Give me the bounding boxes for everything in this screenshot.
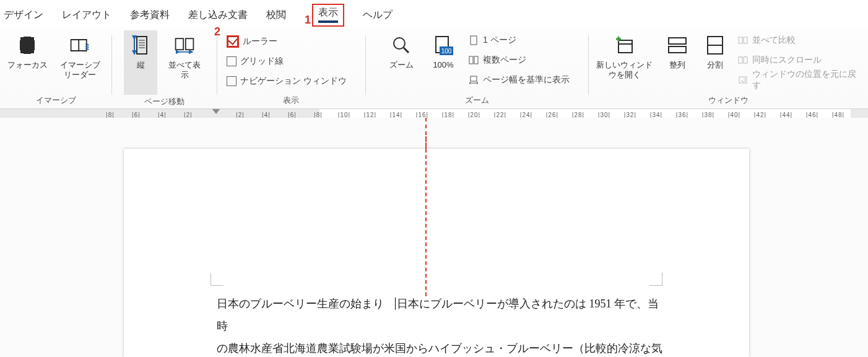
new-window-button[interactable]: 新しいウィンドウを開く [594, 30, 655, 79]
page-width-button[interactable]: ページ幅を基準に表示 [468, 73, 570, 87]
side-by-side-button[interactable]: 並べて表示 [165, 30, 204, 79]
gridlines-checkbox[interactable]: グリッド線 [227, 54, 284, 69]
callout-2: 2 [214, 25, 220, 38]
tab-layout[interactable]: レイアウト [62, 9, 111, 22]
group-immersive-label: イマーシブ [6, 94, 105, 108]
multi-page-button[interactable]: 複数ページ [468, 53, 570, 68]
immersive-reader-icon [67, 33, 92, 58]
multi-page-label: 複数ページ [483, 55, 526, 66]
svg-rect-17 [474, 56, 478, 64]
ribbon-tabs: デザイン レイアウト 参考資料 差し込み文書 校閲 1 表示 ヘルプ [0, 0, 868, 28]
callout-1: 1 [305, 14, 311, 27]
group-window-label: ウィンドウ [594, 94, 862, 108]
svg-rect-27 [739, 57, 742, 63]
zoom-label: ズーム [389, 60, 414, 70]
svg-rect-18 [471, 76, 477, 81]
guide-line-upper [425, 118, 427, 149]
tab-design[interactable]: デザイン [4, 9, 43, 22]
guide-line [425, 136, 427, 296]
svg-rect-8 [186, 38, 194, 50]
side-by-side-icon [172, 33, 197, 58]
svg-rect-26 [744, 37, 747, 43]
compare-label: 並べて比較 [752, 35, 796, 46]
navigation-label: ナビゲーション ウィンドウ [240, 76, 347, 87]
ribbon: フォーカス イマーシブ リーダー イマーシブ 縦 [0, 28, 868, 109]
group-pagemove-label: ページ移動 [118, 95, 210, 110]
multi-page-icon [468, 55, 479, 66]
page-width-label: ページ幅を基準に表示 [483, 74, 570, 86]
focus-label: フォーカス [7, 60, 48, 70]
margin-mark-right [649, 273, 662, 286]
svg-rect-21 [669, 38, 686, 44]
ruler-checkbox[interactable]: ルーラー [227, 34, 277, 49]
reset-position-icon [737, 74, 749, 86]
sync-scroll-label: 同時にスクロール [752, 55, 822, 66]
arrange-icon [665, 33, 690, 58]
vertical-label: 縦 [137, 60, 145, 70]
compare-icon [737, 35, 749, 46]
sync-scroll-button: 同時にスクロール [737, 53, 862, 68]
sync-scroll-icon [737, 55, 749, 66]
doc-line2: の農林水産省北海道農業試験場が米国からハイブッシュ・ブルーベリー（比較的冷涼な気… [217, 342, 662, 357]
immersive-reader-button[interactable]: イマーシブ リーダー [55, 30, 105, 79]
arrange-button[interactable]: 整列 [662, 30, 693, 70]
reset-position-label: ウィンドウの位置を元に戻す [752, 69, 862, 91]
group-show-label: 表示 [223, 94, 359, 108]
tab-mailings[interactable]: 差し込み文書 [188, 9, 248, 22]
tab-references[interactable]: 参考資料 [130, 9, 170, 22]
document-body-text[interactable]: 日本のブルーベリー生産の始まり日本にブルーベリーが導入されたのは 1951 年で… [217, 293, 662, 357]
page-width-icon [468, 74, 479, 86]
svg-rect-22 [669, 46, 686, 53]
gridlines-label: グリッド線 [240, 56, 284, 67]
split-label: 分割 [707, 60, 723, 70]
ruler-checkbox-label: ルーラー [243, 36, 277, 47]
arrange-label: 整列 [669, 60, 685, 70]
svg-point-10 [394, 38, 405, 49]
gridlines-check-icon [227, 56, 237, 66]
zoom-button[interactable]: ズーム [384, 30, 419, 70]
vertical-icon [128, 33, 153, 58]
svg-rect-15 [471, 36, 477, 45]
svg-rect-25 [739, 37, 742, 43]
margin-mark-left [210, 273, 224, 286]
zoom-100-icon: 100 [431, 33, 456, 58]
focus-icon [15, 33, 40, 58]
one-page-icon [468, 35, 479, 46]
vertical-button[interactable]: 縦 [124, 30, 157, 95]
document-workspace: 日本のブルーベリー生産の始まり日本にブルーベリーが導入されたのは 1951 年で… [0, 118, 868, 357]
svg-rect-28 [744, 57, 747, 63]
group-zoom-label: ズーム [371, 94, 582, 108]
svg-rect-0 [20, 37, 35, 54]
indent-marker[interactable] [212, 109, 220, 114]
doc-line1a: 日本のブルーベリー生産の始まり [217, 298, 384, 310]
split-icon [703, 33, 727, 58]
focus-button[interactable]: フォーカス [7, 30, 48, 70]
svg-text:100: 100 [441, 48, 452, 55]
compare-button: 並べて比較 [737, 33, 862, 48]
svg-line-11 [404, 48, 409, 53]
immersive-reader-label: イマーシブ リーダー [55, 60, 105, 79]
one-page-button[interactable]: 1 ページ [468, 33, 570, 48]
navigation-checkbox[interactable]: ナビゲーション ウィンドウ [227, 74, 347, 89]
svg-rect-19 [618, 40, 632, 53]
reset-position-button: ウィンドウの位置を元に戻す [737, 73, 862, 87]
zoom-icon [389, 33, 414, 58]
navigation-check-icon [227, 76, 237, 86]
new-window-label: 新しいウィンドウを開く [594, 60, 655, 79]
new-window-icon [612, 33, 637, 58]
one-page-label: 1 ページ [483, 35, 516, 46]
tab-review[interactable]: 校閲 [266, 9, 286, 22]
ruler-check-icon [228, 37, 238, 46]
svg-rect-16 [469, 56, 473, 64]
tab-view[interactable]: 表示 [312, 4, 344, 27]
side-by-side-label: 並べて表示 [165, 60, 204, 79]
zoom-100-button[interactable]: 100 100% [426, 30, 461, 70]
zoom-100-label: 100% [433, 60, 453, 70]
document-page[interactable]: 日本のブルーベリー生産の始まり日本にブルーベリーが導入されたのは 1951 年で… [124, 149, 749, 357]
split-button[interactable]: 分割 [700, 30, 730, 70]
tab-help[interactable]: ヘルプ [363, 9, 393, 22]
svg-rect-7 [176, 38, 184, 50]
